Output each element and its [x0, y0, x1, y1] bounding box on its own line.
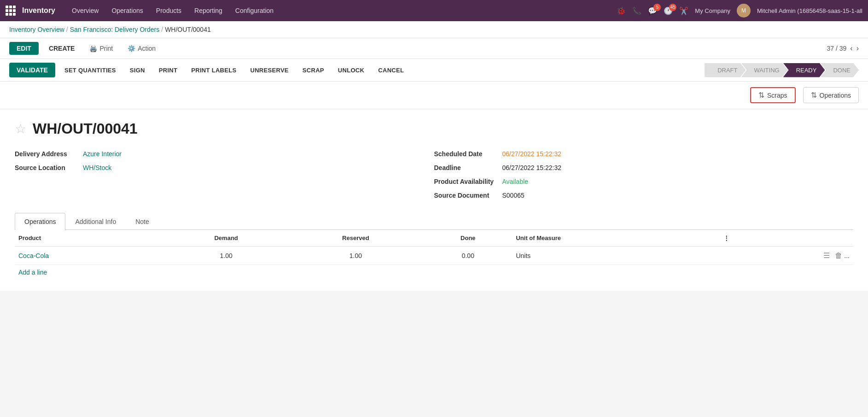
scrap-ops-bar: ⇅ Scraps ⇅ Operations — [0, 82, 868, 109]
col-demand: Demand — [165, 230, 288, 247]
set-quantities-button[interactable]: SET QUANTITIES — [60, 63, 121, 77]
print-button[interactable]: 🖨️ Print — [85, 42, 117, 55]
favorite-star-icon[interactable]: ☆ — [15, 121, 26, 136]
col-menu[interactable]: ⋮ — [720, 230, 853, 247]
scraps-sort-icon: ⇅ — [758, 91, 764, 100]
scraps-label: Scraps — [767, 92, 787, 99]
table-row: Coca-Cola 1.00 1.00 0.00 Units ☰ 🗑 ... — [15, 247, 853, 265]
cancel-button[interactable]: CANCEL — [373, 63, 408, 77]
apps-icon[interactable] — [6, 6, 16, 16]
product-cell[interactable]: Coca-Cola — [15, 247, 165, 265]
col-unit-of-measure: Unit of Measure — [512, 230, 719, 247]
source-document-label: Source Document — [434, 192, 499, 199]
operations-label: Operations — [820, 92, 851, 99]
form-title-row: ☆ WH/OUT/00041 — [15, 120, 853, 137]
delivery-address-value[interactable]: Azure Interior — [83, 150, 122, 158]
nav-reporting[interactable]: Reporting — [189, 4, 228, 17]
trash-icon[interactable]: 🗑 — [835, 252, 842, 259]
content-wrapper: ⇅ Scraps ⇅ Operations ☆ WH/OUT/00041 Del… — [0, 82, 868, 291]
unreserve-button[interactable]: UNRESERVE — [245, 63, 293, 77]
scheduled-date-value[interactable]: 06/27/2022 15:22:32 — [502, 150, 561, 158]
prev-button[interactable]: ‹ — [850, 44, 852, 53]
tab-operations[interactable]: Operations — [15, 213, 65, 230]
reserved-cell: 1.00 — [288, 247, 424, 265]
scraps-button[interactable]: ⇅ Scraps — [750, 87, 796, 103]
create-button[interactable]: CREATE — [44, 42, 80, 55]
deadline-row: Deadline 06/27/2022 15:22:32 — [434, 164, 854, 171]
product-availability-value: Available — [502, 178, 529, 185]
delivery-address-label: Delivery Address — [15, 150, 79, 158]
phone-icon[interactable]: 📞 — [632, 6, 641, 15]
operations-button[interactable]: ⇅ Operations — [803, 87, 859, 103]
scheduled-date-label: Scheduled Date — [434, 150, 499, 158]
action-bar: EDIT CREATE 🖨️ Print ⚙️ Action 37 / 39 ‹… — [0, 38, 868, 59]
operations-sort-icon: ⇅ — [811, 91, 817, 100]
add-line[interactable]: Add a line — [15, 265, 51, 280]
tab-note[interactable]: Note — [126, 213, 159, 230]
breadcrumb-delivery-orders[interactable]: San Francisco: Delivery Orders — [70, 26, 160, 33]
scrap-button[interactable]: SCRAP — [298, 63, 329, 77]
messages-icon[interactable]: 💬 5 — [648, 6, 657, 15]
activity-icon[interactable]: 🕐 45 — [664, 6, 673, 15]
operations-table: Product Demand Reserved Done Unit of Mea… — [15, 230, 853, 265]
nav-configuration[interactable]: Configuration — [230, 4, 279, 17]
done-cell[interactable]: 0.00 — [424, 247, 512, 265]
print-label: Print — [99, 45, 113, 52]
action-button[interactable]: ⚙️ Action — [123, 42, 160, 55]
nav-links: Overview Operations Products Reporting C… — [66, 4, 617, 17]
scheduled-date-row: Scheduled Date 06/27/2022 15:22:32 — [434, 150, 854, 158]
edit-button[interactable]: EDIT — [9, 42, 39, 55]
ellipsis: ... — [844, 252, 850, 259]
nav-overview[interactable]: Overview — [66, 4, 104, 17]
deadline-value[interactable]: 06/27/2022 15:22:32 — [502, 164, 561, 171]
nav-right: 🐞 📞 💬 5 🕐 45 ✂️ My Company M Mitchell Ad… — [617, 4, 862, 18]
user-name: Mitchell Admin (16856458-saas-15-1-all — [757, 7, 862, 14]
printer-icon: 🖨️ — [89, 45, 97, 52]
unlock-button[interactable]: UNLOCK — [333, 63, 369, 77]
form-body: ☆ WH/OUT/00041 Delivery Address Azure In… — [0, 109, 868, 291]
pagination: 37 / 39 — [827, 45, 847, 52]
breadcrumb: Inventory Overview / San Francisco: Deli… — [0, 21, 868, 38]
deadline-label: Deadline — [434, 164, 499, 171]
nav-operations[interactable]: Operations — [106, 4, 148, 17]
action-bar-right: 37 / 39 ‹ › — [827, 44, 859, 53]
product-availability-label: Product Availability — [434, 178, 499, 185]
status-pipeline: DRAFT WAITING READY DONE — [705, 63, 859, 77]
status-waiting: WAITING — [741, 63, 788, 77]
sign-button[interactable]: SIGN — [125, 63, 150, 77]
col-done: Done — [424, 230, 512, 247]
action-label: Action — [138, 45, 156, 52]
field-left: Delivery Address Azure Interior Source L… — [15, 150, 434, 199]
avatar[interactable]: M — [737, 4, 751, 18]
print-labels-button[interactable]: PRINT LABELS — [186, 63, 241, 77]
nav-products[interactable]: Products — [151, 4, 187, 17]
validate-button[interactable]: VALIDATE — [9, 63, 55, 77]
form-title: WH/OUT/00041 — [33, 120, 138, 137]
status-draft: DRAFT — [705, 63, 746, 77]
status-done: DONE — [820, 63, 859, 77]
breadcrumb-sep-2: / — [161, 26, 163, 33]
breadcrumb-inventory-overview[interactable]: Inventory Overview — [9, 26, 64, 33]
brand-name: Inventory — [22, 6, 55, 15]
unit-cell: Units — [512, 247, 719, 265]
tab-additional-info[interactable]: Additional Info — [65, 213, 126, 230]
settings-icon[interactable]: ✂️ — [679, 6, 688, 15]
product-availability-row: Product Availability Available — [434, 178, 854, 185]
validate-bar: VALIDATE SET QUANTITIES SIGN PRINT PRINT… — [0, 59, 868, 82]
source-document-row: Source Document S00065 — [434, 192, 854, 199]
field-right: Scheduled Date 06/27/2022 15:22:32 Deadl… — [434, 150, 854, 199]
activity-badge: 45 — [669, 4, 676, 11]
source-location-value[interactable]: WH/Stock — [83, 164, 111, 171]
breadcrumb-sep-1: / — [66, 26, 68, 33]
source-location-row: Source Location WH/Stock — [15, 164, 434, 171]
gear-icon: ⚙️ — [128, 45, 135, 52]
row-actions: ☰ 🗑 ... — [720, 247, 853, 265]
demand-cell: 1.00 — [165, 247, 288, 265]
status-ready: READY — [783, 63, 825, 77]
brand-logo[interactable]: Inventory — [6, 6, 55, 16]
form-fields: Delivery Address Azure Interior Source L… — [15, 150, 853, 199]
list-icon[interactable]: ☰ — [823, 252, 830, 259]
bug-icon[interactable]: 🐞 — [617, 6, 626, 15]
next-button[interactable]: › — [856, 44, 859, 53]
print-button-2[interactable]: PRINT — [154, 63, 182, 77]
